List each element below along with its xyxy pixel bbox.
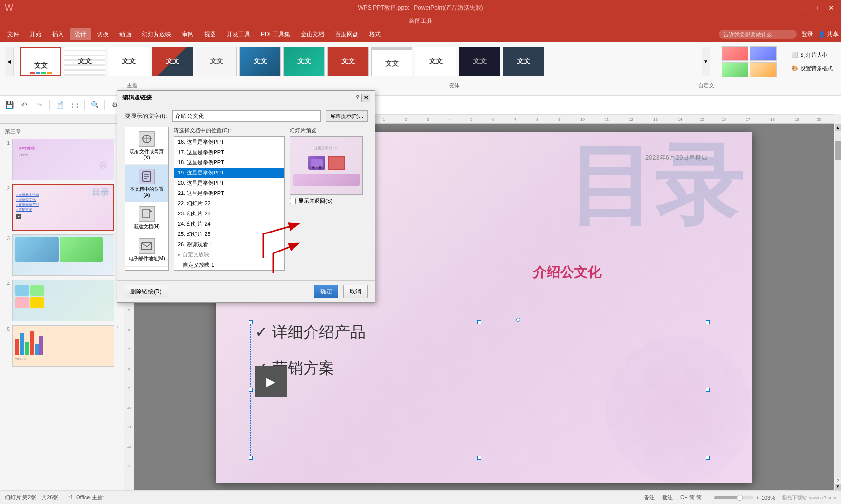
minimize-button[interactable]: ─ xyxy=(802,3,812,13)
slide-list-item-26[interactable]: 26. 谢谢观看！ xyxy=(174,239,284,250)
maximize-button[interactable]: □ xyxy=(814,3,824,13)
bg-format-button[interactable]: 🎨设置背景格式 xyxy=(788,63,836,74)
vertical-scrollbar[interactable]: ▲ 2 ▼ xyxy=(834,124,841,490)
menu-item-view[interactable]: 视图 xyxy=(199,28,221,40)
nav-item-file[interactable]: 现有文件或网页(X) xyxy=(125,127,168,165)
zoom-slider[interactable] xyxy=(714,496,753,499)
slide-list-item-23[interactable]: 23. 幻灯片 23 xyxy=(174,209,284,219)
handle-tm[interactable] xyxy=(477,320,481,324)
theme-item-10[interactable]: 文文 xyxy=(415,47,456,76)
menu-item-home[interactable]: 开始 xyxy=(25,28,46,40)
rotate-handle[interactable] xyxy=(516,318,520,322)
nav-item-new[interactable]: 新建文档(N) xyxy=(125,202,168,234)
menu-item-baidu[interactable]: 百度网盘 xyxy=(330,28,363,40)
show-return-checkbox[interactable] xyxy=(290,198,296,204)
menu-item-dev[interactable]: 开发工具 xyxy=(222,28,255,40)
slide-size-button[interactable]: ⬜幻灯片大小 xyxy=(788,49,836,60)
slide-preview-4[interactable] xyxy=(12,280,114,321)
slide-preview-1[interactable]: PPT教程 • PPT ❊ xyxy=(12,139,114,180)
slide-thumb-4[interactable]: 4 * xyxy=(2,280,121,321)
variant-item-2[interactable] xyxy=(750,46,777,61)
slide-preview-2[interactable]: 目录 ✓介绍基本信息 ✓介绍公文化 ✓详细介绍产品 ✓营销方案 ▶ xyxy=(12,184,114,231)
slide-list-item-16[interactable]: 16. 这里是举例PPT xyxy=(174,137,284,147)
handle-mr[interactable] xyxy=(706,388,710,392)
screen-tip-button[interactable]: 屏幕提示(P)... xyxy=(326,110,368,122)
theme-item-9[interactable]: 文文 xyxy=(371,47,412,76)
variant-item-4[interactable] xyxy=(750,62,777,77)
slide-thumb-3[interactable]: 3 * xyxy=(2,234,121,276)
ribbon-scroll-right[interactable]: ▼ xyxy=(702,47,710,76)
slide-list-item-17[interactable]: 17. 这里是举例PPT xyxy=(174,147,284,157)
menu-item-slideshow[interactable]: 幻灯片放映 xyxy=(137,28,176,40)
menu-item-transition[interactable]: 切换 xyxy=(92,28,114,40)
menu-item-design[interactable]: 设计 xyxy=(70,28,91,40)
slide-list-item-25[interactable]: 25. 幻灯片 25 xyxy=(174,229,284,239)
nav-item-email[interactable]: 电子邮件地址(M) xyxy=(125,234,168,267)
handle-ml[interactable] xyxy=(249,388,253,392)
slide-list-item-custom[interactable]: ▸ 自定义放映 xyxy=(174,250,284,260)
redo-button[interactable]: ↷ xyxy=(33,98,46,112)
dialog-close-button[interactable]: ✕ xyxy=(361,94,370,102)
print-preview-button[interactable]: 🔍 xyxy=(88,98,101,112)
share-button[interactable]: 👤 共享 xyxy=(818,30,839,39)
zoom-in-button[interactable]: + xyxy=(756,495,759,501)
menu-item-file[interactable]: 文件 xyxy=(2,28,24,40)
menu-item-pdf[interactable]: PDF工具集 xyxy=(256,28,295,40)
title-bar-controls[interactable]: ─ □ ✕ xyxy=(802,3,836,13)
zoom-out-button[interactable]: − xyxy=(709,495,712,501)
new-slide-button[interactable]: 📄 xyxy=(53,98,66,112)
theme-item-2[interactable]: 文文 xyxy=(64,47,105,76)
slide-list-item-19[interactable]: 19. 这里是举例PPT xyxy=(174,168,284,178)
menu-item-animation[interactable]: 动画 xyxy=(115,28,136,40)
zoom-level[interactable]: 103% xyxy=(762,495,775,501)
menu-item-kdocs[interactable]: 金山文档 xyxy=(296,28,329,40)
slide-preview-5[interactable]: WPS PDF xyxy=(12,325,114,367)
variant-item-3[interactable] xyxy=(722,62,748,77)
notes-button[interactable]: 备注 xyxy=(644,494,655,501)
ribbon-scroll-left[interactable]: ◀ xyxy=(5,47,14,76)
save-button[interactable]: 💾 xyxy=(2,98,16,112)
theme-item-1[interactable]: 文文 xyxy=(20,47,61,76)
theme-item-7[interactable]: 文文 xyxy=(283,47,325,76)
theme-item-8[interactable]: 文文 xyxy=(327,47,369,76)
handle-br[interactable] xyxy=(706,456,710,460)
slide-thumb-1[interactable]: 1 PPT教程 • PPT ❊ * xyxy=(2,139,121,180)
nav-item-doc[interactable]: 本文档中的位置(A) xyxy=(125,165,168,202)
undo-button[interactable]: ↶ xyxy=(18,98,31,112)
handle-tl[interactable] xyxy=(249,320,253,324)
theme-item-4[interactable]: 文文 xyxy=(152,47,193,76)
slide-list[interactable]: 16. 这里是举例PPT 17. 这里是举例PPT 18. 这里是举例PPT 1… xyxy=(174,136,285,271)
menu-item-review[interactable]: 审阅 xyxy=(177,28,198,40)
cancel-button[interactable]: 取消 xyxy=(343,285,368,298)
slide-list-item-21[interactable]: 21. 这里是举例PPT xyxy=(174,188,284,198)
slide-list-item-20[interactable]: 20. 这里是举例PPT xyxy=(174,178,284,188)
handle-bm[interactable] xyxy=(477,456,481,460)
scroll-up-button[interactable]: ▲ xyxy=(835,124,841,131)
close-button[interactable]: ✕ xyxy=(826,3,836,13)
display-text-input[interactable] xyxy=(172,110,321,122)
theme-item-11[interactable]: 文文 xyxy=(459,47,500,76)
slide-list-item-18[interactable]: 18. 这里是举例PPT xyxy=(174,157,284,168)
login-button[interactable]: 登录 xyxy=(802,30,813,39)
slide-preview-3[interactable] xyxy=(12,234,114,276)
menu-item-insert[interactable]: 插入 xyxy=(47,28,69,40)
dialog-help-button[interactable]: ? xyxy=(356,94,360,102)
search-input[interactable] xyxy=(719,30,797,39)
slide-list-item-22[interactable]: 22. 幻灯片 22 xyxy=(174,198,284,209)
handle-tr[interactable] xyxy=(706,320,710,324)
theme-item-3[interactable]: 文文 xyxy=(108,47,149,76)
handle-bl[interactable] xyxy=(249,456,253,460)
confirm-button[interactable]: 确定 xyxy=(314,285,338,298)
variant-item-1[interactable] xyxy=(722,46,748,61)
scroll-thumb[interactable] xyxy=(835,141,841,160)
theme-item-5[interactable]: 文文 xyxy=(196,47,237,76)
slide-thumb-5[interactable]: 5 WPS PDF * xyxy=(2,325,121,367)
scroll-down-button[interactable]: ▼ xyxy=(835,484,841,490)
theme-item-12[interactable]: 文文 xyxy=(503,47,544,76)
tb-btn-3[interactable]: ⬚ xyxy=(68,98,81,112)
theme-item-6[interactable]: 文文 xyxy=(239,47,281,76)
menu-item-format[interactable]: 格式 xyxy=(364,28,386,40)
slide-list-item-24[interactable]: 24. 幻灯片 24 xyxy=(174,219,284,229)
slide-list-item-custom1[interactable]: 自定义放映 1 xyxy=(174,260,284,270)
slide-thumb-2[interactable]: 2 目录 ✓介绍基本信息 ✓介绍公文化 ✓详细介绍产品 ✓营销方案 ▶ * xyxy=(2,184,121,231)
